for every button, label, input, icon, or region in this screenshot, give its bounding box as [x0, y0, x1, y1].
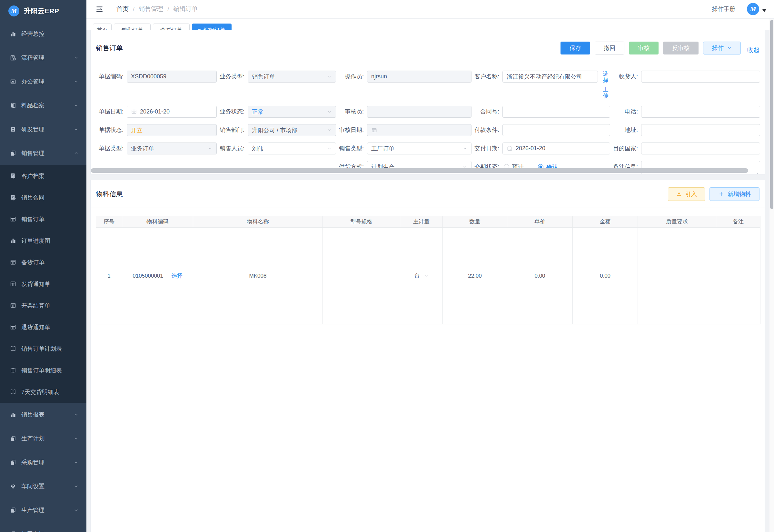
sidebar-item-8[interactable]: 销售订单 — [0, 208, 86, 230]
date-input[interactable]: 2026-01-20 — [502, 143, 610, 154]
sidebar-item-9[interactable]: 订单进度图 — [0, 230, 86, 251]
manual-link[interactable]: 操作手册 — [712, 5, 735, 13]
breadcrumb-separator: / — [167, 5, 169, 13]
form-field-7: 审核员: — [336, 106, 471, 118]
tab-strip: 首页销售订单查看订单编辑订单 — [86, 19, 774, 30]
select-input[interactable]: 刘伟 — [248, 143, 336, 154]
date-input[interactable] — [367, 124, 471, 136]
sidebar-item-6[interactable]: 客户档案 — [0, 165, 86, 187]
actions-dropdown-button[interactable]: 操作 — [703, 42, 741, 54]
text-input[interactable] — [367, 106, 471, 118]
field-label: 销售部门: — [217, 124, 248, 136]
text-input[interactable] — [502, 106, 610, 118]
chevron-down-icon — [327, 74, 332, 79]
grid-icon — [10, 302, 16, 309]
sidebar-item-4[interactable]: 研发管理 — [0, 117, 86, 141]
text-input[interactable] — [502, 124, 610, 136]
sidebar-item-2[interactable]: 办公管理 — [0, 70, 86, 94]
sidebar-item-15[interactable]: 销售订单明细表 — [0, 360, 86, 381]
sidebar-item-label: 生产管理 — [21, 506, 74, 514]
sidebar-item-0[interactable]: 经营总控 — [0, 22, 86, 46]
sidebar-item-16[interactable]: 7天交货明细表 — [0, 381, 86, 403]
column-header-4: 主计量 — [400, 216, 443, 228]
field-label: 客户名称: — [471, 71, 502, 83]
withdraw-button[interactable]: 撤回 — [595, 42, 624, 54]
sidebar-item-label: 办公管理 — [21, 78, 74, 85]
audit-button[interactable]: 审核 — [629, 42, 659, 54]
select-input[interactable]: 升阳公司 / 市场部 — [248, 124, 336, 136]
upload-link[interactable]: 上传 — [601, 86, 610, 99]
sidebar-item-13[interactable]: 退货通知单 — [0, 316, 86, 338]
sidebar-item-11[interactable]: 发货通知单 — [0, 273, 86, 295]
app-logo-icon: M — [8, 5, 19, 16]
text-input[interactable]: 浙江裕兴不动产经纪有限公司 — [502, 71, 598, 83]
panel-title: 销售订单 — [96, 44, 123, 53]
vertical-scrollbar-thumb[interactable] — [770, 20, 773, 209]
select-input[interactable]: 销售订单 — [248, 71, 336, 83]
doc-edit-icon — [10, 194, 16, 201]
sidebar-item-5[interactable]: 销售管理 — [0, 141, 86, 165]
breadcrumb-item-1[interactable]: 销售管理 — [139, 5, 163, 13]
sidebar-item-10[interactable]: 备货订单 — [0, 251, 86, 273]
chevron-down-icon — [727, 45, 732, 50]
text-input[interactable] — [641, 124, 760, 136]
sidebar-item-21[interactable]: 生产管理 — [0, 498, 86, 522]
date-input[interactable]: 2026-01-20 — [127, 106, 217, 118]
sidebar-item-3[interactable]: 料品档案 — [0, 94, 86, 117]
cell-qty: 22.00 — [468, 273, 482, 279]
chevron-down-icon — [74, 436, 79, 441]
unit-select[interactable]: 台 — [401, 272, 442, 280]
sidebar-item-18[interactable]: 生产计划 — [0, 427, 86, 450]
form-field-19: 目的国家: — [610, 143, 760, 154]
save-button[interactable]: 保存 — [561, 42, 590, 54]
add-material-button[interactable]: 新增物料 — [709, 187, 759, 201]
breadcrumb-item-2[interactable]: 编辑订单 — [174, 5, 198, 13]
sidebar-item-12[interactable]: 开票结算单 — [0, 295, 86, 316]
column-header-2: 物料名称 — [193, 216, 323, 228]
cell-price: 0.00 — [534, 273, 545, 279]
field-value: 2026-01-20 — [516, 145, 545, 152]
select-link[interactable]: 选择 — [601, 71, 610, 84]
sidebar-item-label: 订单进度图 — [21, 237, 79, 245]
text-input[interactable]: XSDD000059 — [127, 71, 217, 83]
import-button[interactable]: 引入 — [668, 187, 705, 201]
sidebar-item-20[interactable]: 车间设置 — [0, 474, 86, 498]
breadcrumb-item-0[interactable]: 首页 — [116, 5, 129, 13]
horizontal-scrollbar-thumb[interactable] — [91, 168, 748, 173]
menu-fold-icon[interactable] — [95, 5, 104, 13]
select-input[interactable]: 工厂订单 — [367, 143, 471, 154]
select-input[interactable]: 业务订单 — [127, 143, 217, 154]
field-value: 浙江裕兴不动产经纪有限公司 — [507, 73, 582, 81]
sidebar-item-7[interactable]: 销售合同 — [0, 187, 86, 208]
text-input[interactable] — [641, 143, 760, 154]
sidebar-item-22[interactable]: 加工车间 — [0, 522, 86, 532]
unaudit-button[interactable]: 反审核 — [663, 42, 699, 54]
sidebar-item-19[interactable]: 采购管理 — [0, 450, 86, 474]
form-field-16: 销售人员:刘伟 — [217, 143, 336, 154]
form-field-13: 付款条件: — [471, 124, 610, 136]
sidebar-item-label: 开票结算单 — [21, 302, 79, 310]
text-input[interactable]: njrsun — [367, 71, 471, 83]
text-input[interactable]: 开立 — [127, 124, 217, 136]
field-value: 2026-01-20 — [140, 108, 170, 115]
import-label: 引入 — [685, 190, 697, 198]
caret-down-icon[interactable] — [762, 9, 766, 12]
sidebar-item-label: 研发管理 — [21, 125, 74, 133]
form-field-6: 业务状态:正常 — [217, 106, 336, 118]
avatar[interactable]: M — [747, 3, 759, 15]
sidebar-item-label: 销售订单计划表 — [21, 345, 79, 353]
sidebar-item-17[interactable]: 销售报表 — [0, 403, 86, 427]
grid-icon — [10, 216, 16, 222]
select-input[interactable]: 正常 — [248, 106, 336, 118]
sidebar-item-14[interactable]: 销售订单计划表 — [0, 338, 86, 360]
sidebar-item-1[interactable]: 流程管理 — [0, 46, 86, 70]
cell-unit: 台 — [414, 272, 420, 280]
materials-panel-header: 物料信息 引入 新增物料 — [91, 180, 765, 208]
text-input[interactable] — [641, 106, 760, 118]
field-value: 业务订单 — [131, 145, 154, 153]
field-value: XSDD000059 — [131, 73, 166, 80]
choose-material-link[interactable]: 选择 — [172, 272, 183, 280]
text-input[interactable] — [641, 71, 760, 83]
header-right: 操作手册 M — [712, 3, 774, 15]
collapse-link[interactable]: 收起 — [747, 46, 759, 54]
